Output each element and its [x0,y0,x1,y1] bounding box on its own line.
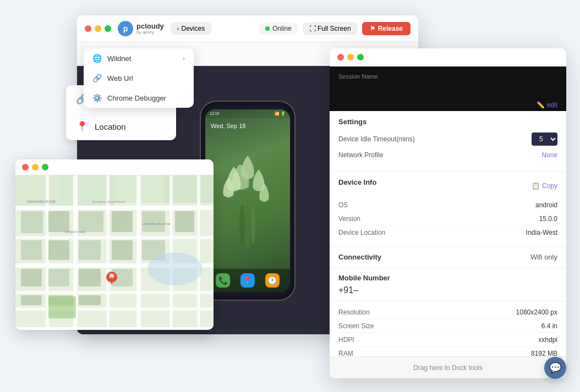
logo-text: pcloudy by apsey [136,23,164,35]
back-chevron-icon: ‹ [177,25,179,32]
map-traffic-lights [22,164,48,170]
phone-app-icon[interactable]: 📞 [216,273,230,288]
svg-rect-30 [21,269,42,286]
device-info-header: Device Info 📋 Copy [338,178,557,193]
svg-point-0 [244,205,251,249]
idle-timeout-select[interactable]: 5 [532,132,557,146]
session-edit-row: ✏️ edit [330,99,566,111]
mobile-number-label: Mobile Number [338,274,557,282]
chat-icon: 💬 [549,362,561,374]
svg-rect-23 [142,211,165,232]
svg-rect-9 [15,236,214,239]
specs-section: Resolution 1080x2400 px Screen Size 6.4 … [330,301,566,365]
right-traffic-lights [337,54,364,60]
settings-section: Settings Device Idle Timeout(mins) 5 Net… [330,111,566,172]
right-maximize-button[interactable] [357,54,364,60]
svg-rect-17 [169,175,173,327]
edit-button[interactable]: ✏️ edit [537,101,557,109]
device-info-title: Device Info [338,178,376,186]
location-item[interactable]: 📍 Location [66,113,176,140]
chrome-icon: ⚙️ [92,93,102,102]
devices-button[interactable]: ‹ Devices [171,23,211,35]
copy-button[interactable]: 📋 Copy [532,182,557,190]
svg-text:Le Westin Montréal: Le Westin Montréal [142,222,171,225]
chevron-right-icon: › [183,55,185,62]
maximize-button[interactable] [105,25,111,32]
phone-status-bar: 12:15 📶 🔋 [205,109,290,118]
svg-rect-21 [79,211,103,232]
svg-rect-11 [15,291,214,294]
session-name-input[interactable] [338,82,557,92]
svg-rect-20 [48,211,69,232]
fullscreen-button[interactable]: ⛶ Full Screen [303,23,358,35]
dropdown-item-weburl[interactable]: 🔗 Web Url [84,68,194,88]
map-close-button[interactable] [22,164,29,170]
spec-row-resolution: Resolution 1080x2400 px [338,306,557,319]
phone-date: Wed, Sep 18 [205,118,290,131]
session-name-label: Session Name [338,73,557,80]
main-titlebar: p pcloudy by apsey ‹ Devices Online ⛶ Fu… [77,15,418,42]
svg-rect-8 [15,206,214,210]
close-button[interactable] [85,25,91,32]
traffic-lights [85,25,111,32]
dropdown-item-chromedebugger[interactable]: ⚙️ Chrome Debugger [84,88,194,108]
svg-rect-28 [112,240,133,260]
svg-rect-32 [79,269,101,286]
svg-rect-16 [136,175,141,327]
map-titlebar [15,159,214,175]
connectivity-value: Wifi only [530,253,557,261]
release-button[interactable]: Release [362,22,411,35]
map-maximize-button[interactable] [42,164,48,170]
connectivity-label: Connectivity [338,253,381,261]
network-profile-value: None [541,151,557,159]
svg-rect-12 [15,307,214,311]
maps-app-icon[interactable]: 📍 [240,273,255,288]
svg-text:DOWNTOWN: DOWNTOWN [65,230,85,234]
location-icon: 📍 [76,120,88,132]
settings-title: Settings [338,118,557,126]
weburl-icon: 🔗 [92,74,102,82]
svg-rect-36 [79,295,101,305]
copy-icon: 📋 [532,182,540,190]
map-body[interactable]: Université McGill DOWNTOWN Basilique Sai… [15,175,214,327]
edit-icon: ✏️ [537,101,546,109]
right-minimize-button[interactable] [347,54,354,60]
flower-svg [212,139,283,249]
info-row-location: Device Location India-West [338,226,557,239]
phone-wallpaper-flowers [205,118,290,270]
svg-rect-24 [175,211,194,232]
right-panel: Session Name ✏️ edit Settings Device Idl… [330,48,566,378]
svg-rect-25 [21,240,42,260]
chat-bubble-button[interactable]: 💬 [544,357,566,379]
idle-timeout-label: Device Idle Timeout(mins) [338,135,415,143]
spec-row-screensize: Screen Size 6.4 in [338,319,557,333]
logo-area: p pcloudy by apsey [116,21,166,36]
svg-point-1 [239,205,245,244]
svg-text:Basilique Saint-Patrick: Basilique Saint-Patrick [92,200,126,203]
wildnet-icon: 🌐 [92,54,102,63]
dropdown-item-wildnet[interactable]: 🌐 Wildnet › [84,48,194,68]
fullscreen-icon: ⛶ [309,25,318,32]
panel-body: Session Name ✏️ edit Settings Device Idl… [330,67,566,374]
network-profile-label: Network Profile [338,151,383,159]
svg-rect-37 [48,296,76,318]
svg-rect-15 [106,175,110,327]
svg-rect-19 [21,211,43,233]
phone-frame: 12:15 📶 🔋 Wed, Sep 18 [201,102,294,300]
svg-rect-34 [21,295,42,305]
connectivity-section: Connectivity Wifi only [330,246,566,268]
mobile-number-section: Mobile Number +91– [330,268,566,301]
svg-rect-18 [197,175,200,327]
spec-row-hdpi: HDPI xxhdpi [338,333,557,347]
clock-app-icon[interactable]: 🕐 [265,273,280,288]
svg-rect-4 [15,175,59,208]
svg-text:Université McGill: Université McGill [26,200,56,203]
minimize-button[interactable] [95,25,101,32]
map-minimize-button[interactable] [32,164,39,170]
right-titlebar [330,48,566,67]
svg-point-2 [251,208,255,244]
dock-tools-bar: Drag here to Dock tools [330,356,566,378]
right-close-button[interactable] [337,54,344,60]
map-window: Université McGill DOWNTOWN Basilique Sai… [15,159,214,330]
idle-timeout-row: Device Idle Timeout(mins) 5 [338,132,557,146]
